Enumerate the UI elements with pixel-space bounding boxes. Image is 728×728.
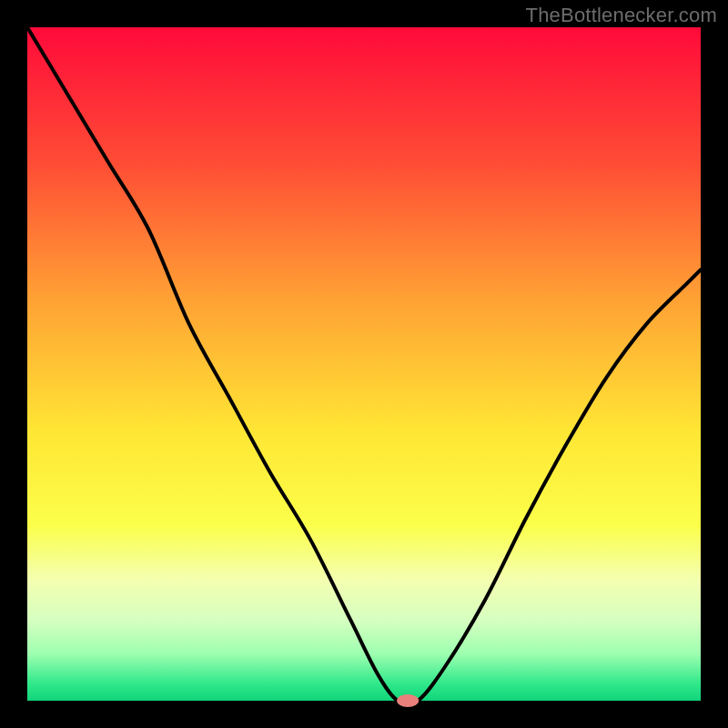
optimum-marker — [397, 694, 419, 707]
bottleneck-chart — [0, 0, 728, 728]
chart-plot-area — [27, 27, 701, 701]
watermark-label: TheBottlenecker.com — [526, 4, 717, 27]
